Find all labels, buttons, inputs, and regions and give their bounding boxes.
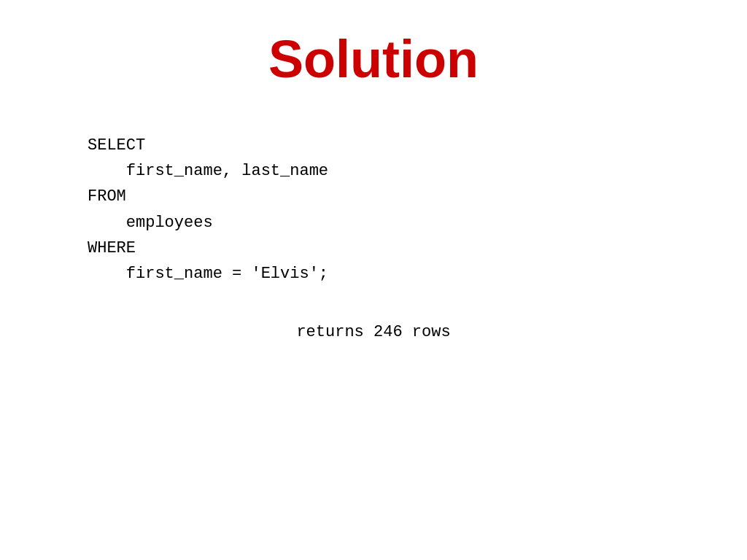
content-area: SELECT first_name, last_name FROM employ…	[0, 133, 747, 341]
code-line-5: WHERE	[88, 236, 659, 261]
code-block: SELECT first_name, last_name FROM employ…	[88, 133, 659, 287]
page-container: Solution SELECT first_name, last_name FR…	[0, 0, 747, 560]
code-line-6: first_name = 'Elvis';	[88, 261, 659, 287]
page-title: Solution	[268, 29, 479, 89]
code-line-4: employees	[88, 210, 659, 236]
code-line-3: FROM	[88, 184, 659, 209]
result-text: returns 246 rows	[88, 323, 659, 341]
code-line-1: SELECT	[88, 133, 659, 158]
code-line-2: first_name, last_name	[88, 158, 659, 184]
